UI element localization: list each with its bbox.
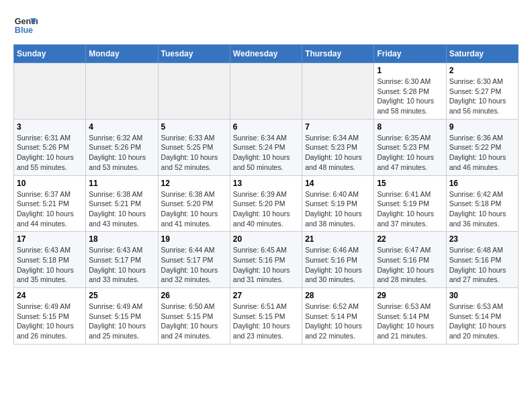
calendar-cell bbox=[14, 63, 86, 120]
day-info: Sunrise: 6:33 AMSunset: 5:25 PMDaylight:… bbox=[161, 133, 227, 173]
weekday-header-cell: Thursday bbox=[302, 45, 374, 63]
day-number: 16 bbox=[449, 179, 515, 188]
calendar-cell: 19Sunrise: 6:44 AMSunset: 5:17 PMDayligh… bbox=[158, 232, 230, 288]
day-info: Sunrise: 6:49 AMSunset: 5:15 PMDaylight:… bbox=[17, 302, 83, 341]
calendar-cell: 30Sunrise: 6:53 AMSunset: 5:14 PMDayligh… bbox=[446, 288, 518, 345]
day-number: 19 bbox=[161, 234, 227, 244]
day-info: Sunrise: 6:43 AMSunset: 5:18 PMDaylight:… bbox=[17, 245, 83, 285]
day-number: 22 bbox=[377, 234, 443, 244]
day-number: 14 bbox=[305, 179, 371, 188]
day-info: Sunrise: 6:38 AMSunset: 5:20 PMDaylight:… bbox=[161, 189, 227, 229]
day-info: Sunrise: 6:31 AMSunset: 5:26 PMDaylight:… bbox=[17, 133, 83, 173]
day-number: 24 bbox=[17, 291, 83, 300]
calendar-cell: 6Sunrise: 6:34 AMSunset: 5:24 PMDaylight… bbox=[230, 119, 302, 175]
calendar-cell bbox=[86, 63, 158, 120]
day-info: Sunrise: 6:49 AMSunset: 5:15 PMDaylight:… bbox=[89, 302, 154, 341]
day-info: Sunrise: 6:48 AMSunset: 5:16 PMDaylight:… bbox=[449, 245, 515, 285]
day-number: 28 bbox=[305, 291, 371, 300]
day-info: Sunrise: 6:32 AMSunset: 5:26 PMDaylight:… bbox=[89, 133, 154, 173]
calendar-cell: 12Sunrise: 6:38 AMSunset: 5:20 PMDayligh… bbox=[158, 175, 230, 232]
calendar-cell: 26Sunrise: 6:50 AMSunset: 5:15 PMDayligh… bbox=[158, 288, 230, 345]
day-number: 10 bbox=[17, 179, 83, 188]
calendar-cell: 16Sunrise: 6:42 AMSunset: 5:18 PMDayligh… bbox=[446, 175, 518, 232]
day-number: 27 bbox=[233, 291, 299, 300]
calendar-cell: 1Sunrise: 6:30 AMSunset: 5:28 PMDaylight… bbox=[374, 63, 446, 120]
day-number: 8 bbox=[377, 122, 443, 132]
day-info: Sunrise: 6:50 AMSunset: 5:15 PMDaylight:… bbox=[161, 302, 227, 341]
day-info: Sunrise: 6:38 AMSunset: 5:21 PMDaylight:… bbox=[89, 189, 154, 229]
calendar-cell: 20Sunrise: 6:45 AMSunset: 5:16 PMDayligh… bbox=[230, 232, 302, 288]
day-info: Sunrise: 6:41 AMSunset: 5:19 PMDaylight:… bbox=[377, 189, 443, 229]
day-info: Sunrise: 6:47 AMSunset: 5:16 PMDaylight:… bbox=[377, 245, 443, 285]
day-number: 17 bbox=[17, 234, 83, 244]
day-info: Sunrise: 6:34 AMSunset: 5:23 PMDaylight:… bbox=[305, 133, 371, 173]
calendar-cell: 5Sunrise: 6:33 AMSunset: 5:25 PMDaylight… bbox=[158, 119, 230, 175]
day-info: Sunrise: 6:53 AMSunset: 5:14 PMDaylight:… bbox=[449, 302, 515, 341]
calendar-body: 1Sunrise: 6:30 AMSunset: 5:28 PMDaylight… bbox=[14, 63, 519, 345]
day-number: 7 bbox=[305, 122, 371, 132]
day-number: 4 bbox=[89, 122, 154, 132]
day-info: Sunrise: 6:52 AMSunset: 5:14 PMDaylight:… bbox=[305, 302, 371, 341]
weekday-header-cell: Sunday bbox=[14, 45, 86, 63]
day-number: 6 bbox=[233, 122, 299, 132]
calendar-week-row: 17Sunrise: 6:43 AMSunset: 5:18 PMDayligh… bbox=[14, 232, 519, 288]
day-info: Sunrise: 6:37 AMSunset: 5:21 PMDaylight:… bbox=[17, 189, 83, 229]
day-info: Sunrise: 6:42 AMSunset: 5:18 PMDaylight:… bbox=[449, 189, 515, 229]
svg-text:Blue: Blue bbox=[15, 26, 33, 35]
day-info: Sunrise: 6:36 AMSunset: 5:22 PMDaylight:… bbox=[449, 133, 515, 173]
calendar-week-row: 10Sunrise: 6:37 AMSunset: 5:21 PMDayligh… bbox=[14, 175, 519, 232]
calendar-week-row: 24Sunrise: 6:49 AMSunset: 5:15 PMDayligh… bbox=[14, 288, 519, 345]
calendar-cell: 13Sunrise: 6:39 AMSunset: 5:20 PMDayligh… bbox=[230, 175, 302, 232]
day-number: 2 bbox=[449, 66, 515, 75]
day-number: 3 bbox=[17, 122, 83, 132]
calendar-cell: 4Sunrise: 6:32 AMSunset: 5:26 PMDaylight… bbox=[86, 119, 158, 175]
day-number: 26 bbox=[161, 291, 227, 300]
day-number: 21 bbox=[305, 234, 371, 244]
day-number: 29 bbox=[377, 291, 443, 300]
calendar-cell: 2Sunrise: 6:30 AMSunset: 5:27 PMDaylight… bbox=[446, 63, 518, 120]
calendar-cell: 21Sunrise: 6:46 AMSunset: 5:16 PMDayligh… bbox=[302, 232, 374, 288]
day-info: Sunrise: 6:34 AMSunset: 5:24 PMDaylight:… bbox=[233, 133, 299, 173]
calendar-cell: 24Sunrise: 6:49 AMSunset: 5:15 PMDayligh… bbox=[14, 288, 86, 345]
weekday-header-cell: Monday bbox=[86, 45, 158, 63]
calendar-cell: 8Sunrise: 6:35 AMSunset: 5:23 PMDaylight… bbox=[374, 119, 446, 175]
day-number: 25 bbox=[89, 291, 154, 300]
day-number: 15 bbox=[377, 179, 443, 188]
weekday-header-cell: Tuesday bbox=[158, 45, 230, 63]
day-info: Sunrise: 6:35 AMSunset: 5:23 PMDaylight:… bbox=[377, 133, 443, 173]
calendar-cell: 23Sunrise: 6:48 AMSunset: 5:16 PMDayligh… bbox=[446, 232, 518, 288]
calendar-cell: 7Sunrise: 6:34 AMSunset: 5:23 PMDaylight… bbox=[302, 119, 374, 175]
weekday-header-cell: Friday bbox=[374, 45, 446, 63]
day-info: Sunrise: 6:43 AMSunset: 5:17 PMDaylight:… bbox=[89, 245, 154, 285]
logo: General Blue bbox=[13, 13, 38, 38]
calendar-cell bbox=[302, 63, 374, 120]
calendar-cell: 3Sunrise: 6:31 AMSunset: 5:26 PMDaylight… bbox=[14, 119, 86, 175]
day-info: Sunrise: 6:46 AMSunset: 5:16 PMDaylight:… bbox=[305, 245, 371, 285]
day-number: 18 bbox=[89, 234, 154, 244]
day-info: Sunrise: 6:51 AMSunset: 5:15 PMDaylight:… bbox=[233, 302, 299, 341]
calendar-cell: 18Sunrise: 6:43 AMSunset: 5:17 PMDayligh… bbox=[86, 232, 158, 288]
calendar-cell: 15Sunrise: 6:41 AMSunset: 5:19 PMDayligh… bbox=[374, 175, 446, 232]
day-number: 20 bbox=[233, 234, 299, 244]
day-info: Sunrise: 6:30 AMSunset: 5:27 PMDaylight:… bbox=[449, 77, 515, 116]
day-info: Sunrise: 6:45 AMSunset: 5:16 PMDaylight:… bbox=[233, 245, 299, 285]
weekday-header-row: SundayMondayTuesdayWednesdayThursdayFrid… bbox=[14, 45, 519, 63]
calendar-cell: 17Sunrise: 6:43 AMSunset: 5:18 PMDayligh… bbox=[14, 232, 86, 288]
day-number: 12 bbox=[161, 179, 227, 188]
calendar-cell: 22Sunrise: 6:47 AMSunset: 5:16 PMDayligh… bbox=[374, 232, 446, 288]
day-number: 13 bbox=[233, 179, 299, 188]
calendar: SundayMondayTuesdayWednesdayThursdayFrid… bbox=[13, 44, 519, 345]
calendar-cell bbox=[230, 63, 302, 120]
calendar-cell: 10Sunrise: 6:37 AMSunset: 5:21 PMDayligh… bbox=[14, 175, 86, 232]
day-number: 5 bbox=[161, 122, 227, 132]
calendar-week-row: 3Sunrise: 6:31 AMSunset: 5:26 PMDaylight… bbox=[14, 119, 519, 175]
logo-icon: General Blue bbox=[13, 13, 38, 38]
day-info: Sunrise: 6:44 AMSunset: 5:17 PMDaylight:… bbox=[161, 245, 227, 285]
calendar-cell: 25Sunrise: 6:49 AMSunset: 5:15 PMDayligh… bbox=[86, 288, 158, 345]
calendar-cell: 14Sunrise: 6:40 AMSunset: 5:19 PMDayligh… bbox=[302, 175, 374, 232]
calendar-cell: 29Sunrise: 6:53 AMSunset: 5:14 PMDayligh… bbox=[374, 288, 446, 345]
calendar-cell bbox=[158, 63, 230, 120]
day-number: 30 bbox=[449, 291, 515, 300]
weekday-header-cell: Wednesday bbox=[230, 45, 302, 63]
day-number: 23 bbox=[449, 234, 515, 244]
